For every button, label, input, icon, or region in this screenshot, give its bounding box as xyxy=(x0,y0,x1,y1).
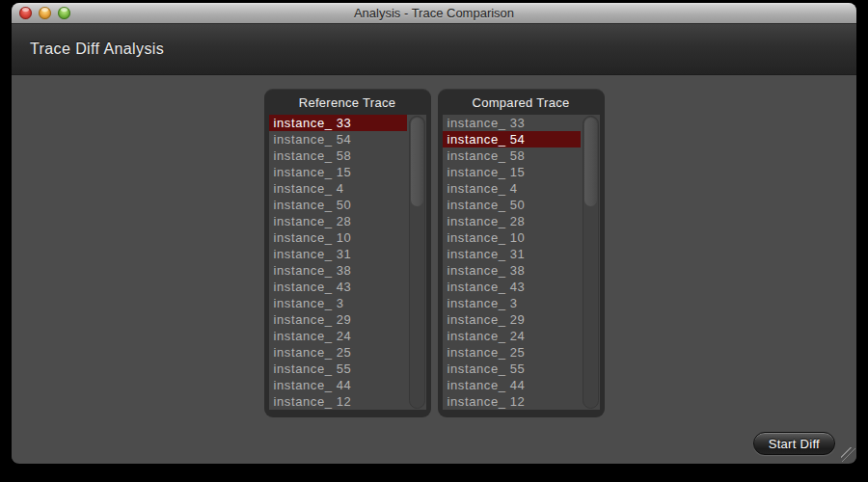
reference-trace-rows: instance_ 33instance_ 54instance_ 58inst… xyxy=(269,115,407,410)
list-item[interactable]: instance_ 25 xyxy=(269,344,407,361)
main-content: Reference Trace instance_ 33instance_ 54… xyxy=(12,75,856,463)
list-item[interactable]: instance_ 38 xyxy=(443,262,581,279)
list-item[interactable]: instance_ 31 xyxy=(443,246,581,262)
list-item[interactable]: instance_ 55 xyxy=(443,361,581,377)
list-item[interactable]: instance_ 12 xyxy=(443,393,581,410)
compared-scrollbar-thumb[interactable] xyxy=(584,118,597,206)
resize-grip-icon[interactable] xyxy=(841,447,855,462)
compared-trace-title: Compared Trace xyxy=(443,89,600,115)
list-item[interactable]: instance_ 43 xyxy=(269,279,407,295)
list-item[interactable]: instance_ 50 xyxy=(269,197,407,213)
start-diff-button[interactable]: Start Diff xyxy=(753,432,835,455)
reference-trace-title: Reference Trace xyxy=(269,89,426,115)
list-item[interactable]: instance_ 28 xyxy=(443,213,581,229)
list-item[interactable]: instance_ 31 xyxy=(269,246,407,262)
reference-trace-list[interactable]: instance_ 33instance_ 54instance_ 58inst… xyxy=(269,115,426,410)
list-item[interactable]: instance_ 15 xyxy=(269,164,407,180)
list-item[interactable]: instance_ 33 xyxy=(443,115,581,131)
compared-scrollbar[interactable] xyxy=(583,116,599,409)
list-item[interactable]: instance_ 25 xyxy=(443,344,581,361)
reference-scrollbar-thumb[interactable] xyxy=(411,118,423,206)
list-item[interactable]: instance_ 28 xyxy=(269,213,407,229)
list-item[interactable]: instance_ 12 xyxy=(269,393,407,410)
list-item[interactable]: instance_ 55 xyxy=(269,361,407,377)
list-item[interactable]: instance_ 33 xyxy=(269,115,407,131)
list-item[interactable]: instance_ 50 xyxy=(443,197,581,213)
list-item[interactable]: instance_ 10 xyxy=(443,229,581,246)
list-item[interactable]: instance_ 58 xyxy=(269,147,407,164)
list-item[interactable]: instance_ 29 xyxy=(269,311,407,328)
app-window: Analysis - Trace Comparison Trace Diff A… xyxy=(12,3,856,464)
list-item[interactable]: instance_ 29 xyxy=(443,311,581,328)
trace-panels: Reference Trace instance_ 33instance_ 54… xyxy=(12,89,856,417)
reference-scrollbar[interactable] xyxy=(409,116,425,409)
list-item[interactable]: instance_ 10 xyxy=(269,229,407,246)
list-item[interactable]: instance_ 3 xyxy=(269,295,407,311)
list-item[interactable]: instance_ 54 xyxy=(269,131,407,147)
titlebar[interactable]: Analysis - Trace Comparison xyxy=(12,3,856,24)
page-title: Trace Diff Analysis xyxy=(12,40,164,58)
list-item[interactable]: instance_ 44 xyxy=(443,377,581,393)
list-item[interactable]: instance_ 24 xyxy=(443,328,581,344)
list-item[interactable]: instance_ 38 xyxy=(269,262,407,279)
list-item[interactable]: instance_ 4 xyxy=(269,180,407,197)
list-item[interactable]: instance_ 3 xyxy=(443,295,581,311)
window-title: Analysis - Trace Comparison xyxy=(12,3,856,24)
app-header: Trace Diff Analysis xyxy=(12,24,856,75)
compared-trace-rows: instance_ 33instance_ 54instance_ 58inst… xyxy=(443,115,581,410)
list-item[interactable]: instance_ 43 xyxy=(443,279,581,295)
list-item[interactable]: instance_ 44 xyxy=(269,377,407,393)
compared-trace-panel: Compared Trace instance_ 33instance_ 54i… xyxy=(438,89,605,417)
reference-trace-panel: Reference Trace instance_ 33instance_ 54… xyxy=(264,89,431,417)
list-item[interactable]: instance_ 58 xyxy=(443,147,581,164)
list-item[interactable]: instance_ 24 xyxy=(269,328,407,344)
list-item[interactable]: instance_ 15 xyxy=(443,164,581,180)
list-item[interactable]: instance_ 54 xyxy=(443,131,581,147)
list-item[interactable]: instance_ 4 xyxy=(443,180,581,197)
compared-trace-list[interactable]: instance_ 33instance_ 54instance_ 58inst… xyxy=(443,115,600,410)
